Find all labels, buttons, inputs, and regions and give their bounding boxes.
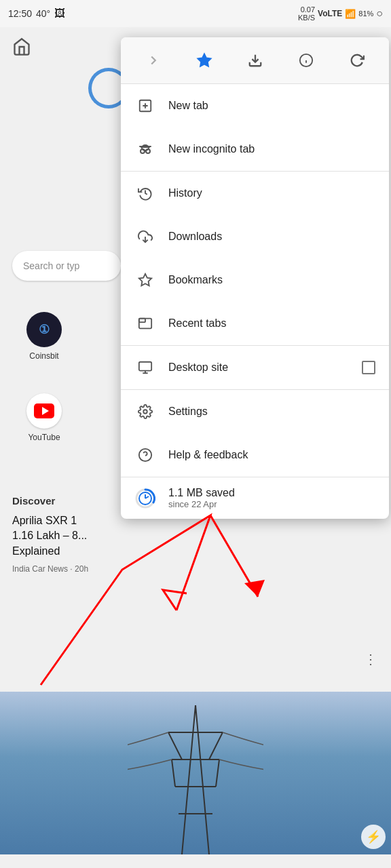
- forward-button[interactable]: [140, 47, 167, 74]
- recent-tabs-icon: [134, 313, 156, 334]
- savings-date: since 22 Apr: [168, 499, 235, 509]
- youtube-shortcut[interactable]: YouTube: [20, 393, 68, 442]
- settings-icon: [134, 401, 156, 422]
- home-icon[interactable]: [12, 37, 31, 56]
- youtube-label: YouTube: [28, 433, 60, 442]
- svg-rect-28: [139, 319, 145, 323]
- bookmark-button[interactable]: [191, 47, 218, 74]
- new-incognito-label: New incognito tab: [168, 143, 375, 155]
- coinsbit-label: Coinsbit: [29, 351, 58, 361]
- settings-item[interactable]: Settings: [121, 390, 389, 433]
- recent-tabs-label: Recent tabs: [168, 317, 375, 330]
- temperature: 40°: [36, 8, 50, 19]
- article-title[interactable]: Aprilia SXR 1 1.16 Lakh – 8... Explained: [12, 513, 148, 559]
- help-icon: [134, 444, 156, 466]
- svg-rect-29: [139, 362, 151, 371]
- svg-marker-12: [198, 54, 211, 66]
- reload-button[interactable]: [343, 47, 371, 74]
- settings-label: Settings: [168, 406, 375, 418]
- signal-icon: 📶: [345, 9, 356, 19]
- savings-icon: [134, 488, 156, 509]
- more-options-button[interactable]: ⋮: [364, 651, 377, 667]
- savings-text: 1.1 MB saved since 22 Apr: [168, 487, 235, 509]
- coinsbit-icon: ①: [26, 312, 62, 347]
- toolbar-row: [121, 37, 389, 84]
- svg-rect-24: [139, 146, 151, 147]
- savings-item: 1.1 MB saved since 22 Apr: [121, 477, 389, 519]
- history-item[interactable]: History: [121, 172, 389, 215]
- new-tab-item[interactable]: New tab: [121, 84, 389, 127]
- desktop-site-item[interactable]: Desktop site: [121, 346, 389, 389]
- svg-line-8: [168, 732, 182, 760]
- svg-line-9: [209, 732, 223, 760]
- svg-point-32: [143, 410, 147, 414]
- article-image: ⚡: [0, 692, 391, 854]
- chrome-dropdown-menu: New tab New incognito tab History: [121, 37, 389, 519]
- time: 12:50: [8, 8, 32, 19]
- search-bar[interactable]: Search or typ: [12, 251, 121, 281]
- history-label: History: [168, 187, 375, 199]
- photo-icon: 🖼: [54, 7, 65, 20]
- svg-point-21: [141, 149, 145, 153]
- svg-line-11: [216, 760, 219, 787]
- svg-marker-26: [139, 274, 151, 285]
- help-feedback-label: Help & feedback: [168, 449, 375, 461]
- bookmarks-icon: [134, 269, 156, 291]
- download-button[interactable]: [242, 47, 269, 74]
- battery-percent: 81%: [358, 9, 373, 18]
- youtube-icon: [26, 393, 62, 429]
- desktop-site-checkbox[interactable]: [362, 361, 375, 374]
- battery-icon: ○: [376, 7, 383, 20]
- bookmarks-label: Bookmarks: [168, 274, 375, 286]
- new-tab-icon: [134, 95, 156, 117]
- desktop-site-label: Desktop site: [168, 361, 362, 374]
- data-speed: 0.07 KB/S: [298, 5, 315, 22]
- svg-line-2: [182, 705, 196, 854]
- help-feedback-item[interactable]: Help & feedback: [121, 433, 389, 477]
- svg-line-3: [196, 705, 209, 854]
- svg-point-22: [146, 149, 150, 153]
- downloads-item[interactable]: Downloads: [121, 215, 389, 258]
- svg-line-10: [172, 760, 175, 787]
- recent-tabs-item[interactable]: Recent tabs: [121, 302, 389, 345]
- volte-icon: VoLTE: [318, 9, 342, 18]
- coinsbit-shortcut[interactable]: ① Coinsbit: [20, 312, 68, 361]
- savings-amount: 1.1 MB saved: [168, 487, 235, 499]
- info-button[interactable]: [293, 47, 320, 74]
- downloads-label: Downloads: [168, 231, 375, 243]
- incognito-icon: [134, 138, 156, 160]
- history-icon: [134, 182, 156, 204]
- new-tab-label: New tab: [168, 100, 375, 112]
- status-bar: 12:50 40° 🖼 0.07 KB/S VoLTE 📶 81% ○: [0, 0, 391, 27]
- search-placeholder: Search or typ: [23, 260, 79, 271]
- new-incognito-tab-item[interactable]: New incognito tab: [121, 127, 389, 171]
- desktop-site-icon: [134, 357, 156, 378]
- flash-icon: ⚡: [361, 825, 386, 849]
- article-source: India Car News · 20h: [12, 564, 148, 574]
- downloads-icon: [134, 226, 156, 248]
- bookmarks-item[interactable]: Bookmarks: [121, 258, 389, 302]
